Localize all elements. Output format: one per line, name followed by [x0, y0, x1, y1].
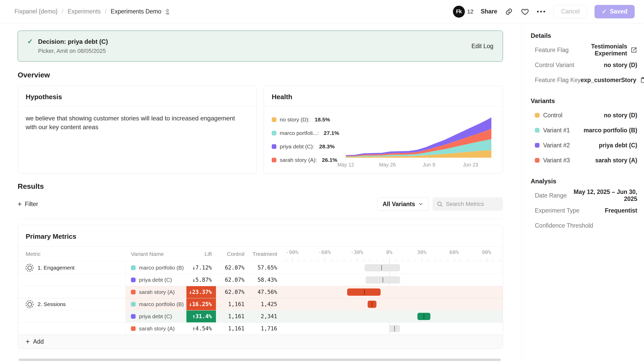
variant-row-2: Variant #2 priya debt (C) [531, 138, 637, 153]
breadcrumb-separator: / [105, 8, 106, 15]
lift-cell: ↓16.25% [186, 298, 216, 310]
confidence-interval-cell [281, 310, 503, 322]
external-link-icon[interactable] [631, 47, 637, 53]
lift-cell: ↑4.54% [186, 323, 216, 335]
lift-point-marker [424, 314, 424, 319]
treatment-value-cell: 58.43% [249, 274, 281, 286]
variant-color-swatch [131, 326, 136, 331]
lift-value: ↑4.54% [186, 323, 216, 335]
axis-tick [344, 258, 344, 262]
add-metric-button[interactable]: + Add [18, 335, 503, 349]
axis-tick [454, 258, 454, 262]
legend-item: sarah story (A):26.1% [272, 157, 342, 163]
variant-color-swatch [131, 302, 136, 307]
treatment-value-cell: 1,716 [249, 323, 281, 335]
variant-row-1: Variant #1 marco portfolio (B) [531, 123, 637, 138]
lift-cell: ↓7.12% [186, 262, 216, 274]
metric-row[interactable]: 1. Engagementmarco portfolio (B)↓7.12%62… [18, 262, 503, 274]
variant-cell: sarah story (A) [126, 286, 186, 298]
legend-item: no story (D):18.5% [272, 117, 342, 123]
control-variant-row: Control Variant no story (D) [531, 57, 637, 73]
saved-button[interactable]: ✓ Saved [594, 5, 635, 18]
confidence-interval-cell [281, 286, 503, 298]
metric-name-cell [18, 323, 126, 335]
axis-tick-label: 60% [449, 249, 459, 255]
add-filter-button[interactable]: + Filter [18, 201, 38, 208]
axis-tick [493, 258, 493, 262]
breadcrumb-project[interactable]: Fixpanel {demo} [15, 8, 58, 15]
microscope-icon [164, 8, 171, 15]
axis-tick [338, 258, 338, 262]
decision-title: Decision: priya debt (C) [38, 38, 108, 45]
confidence-threshold-row: Confidence Threshold [531, 218, 637, 233]
clipboard-copy-icon[interactable] [640, 77, 644, 83]
lift-value: ↓16.25% [186, 298, 216, 310]
share-button[interactable]: Share [481, 8, 497, 15]
variants-dropdown[interactable]: All Variants [377, 197, 429, 211]
more-options-icon[interactable]: ••• [537, 8, 546, 15]
lift-cell: ↓5.87% [186, 274, 216, 286]
axis-tick-label: -30% [351, 249, 363, 255]
check-icon: ✓ [602, 8, 607, 15]
axis-tick [286, 258, 286, 262]
control-variant-value: no story (D) [604, 62, 637, 69]
axis-tick [396, 258, 396, 262]
axis-tick [480, 258, 480, 262]
primary-metrics-card: Primary Metrics Metric Variant Name Lift… [18, 225, 503, 349]
metric-row[interactable]: sarah story (A)↓23.37%62.07%47.56% [18, 286, 503, 298]
cancel-button[interactable]: Cancel [554, 5, 587, 18]
variant-cell: marco portfolio (B) [126, 262, 186, 274]
search-metrics-input[interactable] [446, 201, 499, 207]
feature-flag-key-row: Feature Flag Key exp_customerStory [531, 73, 637, 88]
variant-color-swatch [535, 158, 540, 163]
svg-text:Jun 23: Jun 23 [463, 162, 478, 168]
metric-row[interactable]: priya debt (C)↑31.4%1,1612,341 [18, 310, 503, 322]
variant-color-swatch [131, 290, 136, 294]
axis-tick [422, 258, 422, 262]
goal-target-icon [26, 264, 33, 272]
axis-tick [487, 258, 487, 262]
axis-tick-label: -90% [286, 249, 298, 255]
lift-cell: ↑31.4% [186, 310, 216, 322]
treatment-value-cell: 1,425 [249, 298, 281, 310]
metric-row[interactable]: 2. Sessionsmarco portfolio (B)↓16.25%1,1… [18, 298, 503, 310]
copy-link-icon[interactable] [505, 7, 513, 16]
axis-tick [428, 258, 429, 262]
variant-color-swatch [535, 143, 540, 148]
lift-value: ↓7.12% [186, 262, 216, 274]
axis-tick [461, 258, 461, 262]
lift-point-marker [383, 277, 383, 283]
favorite-heart-icon[interactable] [521, 7, 529, 16]
axis-tick [500, 258, 500, 262]
analysis-heading: Analysis [531, 178, 637, 185]
goal-target-icon [26, 300, 33, 308]
metric-row[interactable]: sarah story (A)↑4.54%1,1611,716 [18, 322, 503, 335]
horizontal-scrollbar-thumb[interactable] [19, 359, 501, 361]
main-content: ✓ Decision: priya debt (C) Picker, Amit … [0, 23, 522, 362]
edit-log-button[interactable]: Edit Log [472, 43, 493, 50]
legend-color-swatch [272, 144, 276, 149]
confidence-interval-bar [347, 288, 381, 296]
collaborators-count[interactable]: + 12 [462, 8, 473, 15]
details-heading: Details [531, 32, 637, 39]
topbar: Fixpanel {demo} / Experiments / Experime… [0, 0, 644, 23]
confidence-interval-cell [281, 298, 503, 310]
axis-tick-label: 0% [386, 249, 393, 255]
axis-tick [474, 258, 474, 262]
date-range-row: Date Range May 12, 2025 – Jun 30, 2025 [531, 188, 637, 203]
metric-row[interactable]: priya debt (C)↓5.87%62.07%58.43% [18, 274, 503, 286]
variant-row-3: Variant #3 sarah story (A) [531, 153, 637, 168]
metrics-table-header: Metric Variant Name Lift Control Treatme… [18, 247, 503, 262]
confidence-interval-cell [281, 274, 503, 286]
variant-row-control: Control no story (D) [531, 108, 637, 123]
axis-tick [435, 258, 435, 262]
feature-flag-value[interactable]: Testimonials Experiment [569, 43, 627, 57]
decision-subtitle: Picker, Amit on 08/05/2025 [38, 48, 108, 54]
overview-heading: Overview [18, 71, 503, 79]
metric-name-cell [18, 310, 126, 322]
page-title: Experiments Demo [111, 8, 171, 15]
breadcrumb-experiments[interactable]: Experiments [68, 8, 101, 15]
metric-name-cell: 1. Engagement [18, 262, 126, 274]
legend-color-swatch [272, 131, 276, 135]
control-value-cell: 62.07% [216, 286, 249, 298]
